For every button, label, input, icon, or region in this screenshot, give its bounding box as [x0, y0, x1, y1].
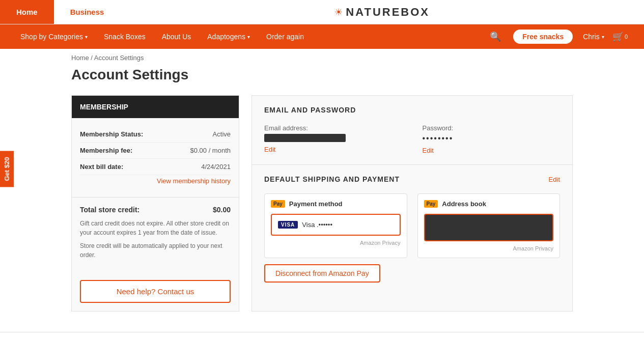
user-menu[interactable]: Chris ▾: [579, 33, 608, 41]
chevron-down-icon: ▾: [602, 34, 604, 40]
email-password-header: EMAIL AND PASSWORD: [264, 106, 560, 114]
nav-item-about-us[interactable]: About Us: [154, 24, 200, 49]
business-tab[interactable]: Business: [54, 0, 121, 24]
nav-item-adaptogens[interactable]: Adaptogens ▾: [199, 24, 258, 49]
email-value-masked: [264, 134, 346, 142]
email-edit-link[interactable]: Edit: [264, 146, 275, 153]
search-icon[interactable]: 🔍: [484, 31, 507, 42]
email-password-grid: Email address: Edit Password: •••••••• E…: [264, 124, 560, 154]
total-credit-row: Total store credit: $0.00: [80, 206, 231, 214]
credit-amount: $0.00: [213, 206, 231, 214]
amazon-pay-logo-address: Pay: [424, 200, 438, 208]
address-book-label: Address book: [442, 200, 486, 208]
nav-item-order-again[interactable]: Order again: [258, 24, 312, 49]
visa-card-box: VISA Visa .••••••: [271, 214, 401, 236]
address-amazon-privacy: Amazon Privacy: [424, 245, 554, 251]
next-bill-row: Next bill date: 4/24/2021: [80, 159, 231, 175]
next-bill-value: 4/24/2021: [201, 163, 231, 171]
chevron-down-icon: ▾: [85, 34, 88, 40]
payment-grid: Pay Payment method VISA Visa .•••••• Ama…: [264, 193, 560, 258]
membership-header: MEMBERSHIP: [72, 96, 239, 118]
membership-status-label: Membership Status:: [80, 130, 143, 138]
payment-method-card: Pay Payment method VISA Visa .•••••• Ama…: [264, 193, 407, 258]
shipping-payment-section: DEFAULT SHIPPING AND PAYMENT Edit Pay Pa…: [252, 164, 572, 293]
password-edit-link[interactable]: Edit: [423, 147, 434, 154]
payment-amazon-privacy: Amazon Privacy: [271, 240, 401, 246]
cart-count: 0: [625, 34, 628, 40]
logo-text: NATUREBOX: [346, 6, 430, 19]
password-field-group: Password: •••••••• Edit: [423, 124, 561, 154]
address-book-header: Pay Address book: [424, 200, 554, 208]
user-name: Chris: [583, 33, 600, 41]
membership-fee-value: $0.00 / month: [190, 147, 231, 154]
address-book-card: Pay Address book Amazon Privacy: [417, 193, 561, 258]
top-nav: Home Business ☀ NATUREBOX: [0, 0, 644, 24]
membership-fee-row: Membership fee: $0.00 / month: [80, 143, 231, 159]
breadcrumb: Home / Account Settings: [0, 49, 644, 67]
breadcrumb-home[interactable]: Home: [71, 54, 89, 62]
orange-nav: Shop by Categories ▾ Snack Boxes About U…: [0, 24, 644, 49]
nav-item-shop-categories[interactable]: Shop by Categories ▾: [12, 24, 96, 49]
credit-section: Total store credit: $0.00 Gift card cred…: [72, 197, 239, 272]
footer: About Us Blog FAQs Jobs Office Snacks Af…: [0, 332, 644, 338]
view-membership-history-link[interactable]: View membership history: [80, 175, 231, 189]
membership-status-row: Membership Status: Active: [80, 126, 231, 143]
membership-fee-label: Membership fee:: [80, 147, 132, 154]
visa-logo: VISA: [278, 221, 298, 229]
credit-label: Total store credit:: [80, 206, 139, 214]
email-label: Email address:: [264, 124, 402, 132]
payment-method-label: Payment method: [289, 200, 343, 208]
credit-note-2: Store credit will be automatically appli…: [80, 241, 231, 260]
membership-info: Membership Status: Active Membership fee…: [72, 118, 239, 197]
membership-status-value: Active: [213, 130, 231, 138]
breadcrumb-current: Account Settings: [94, 54, 144, 62]
disconnect-amazon-pay-button[interactable]: Disconnect from Amazon Pay: [264, 264, 380, 283]
password-dots: ••••••••: [423, 134, 561, 143]
email-password-section: EMAIL AND PASSWORD Email address: Edit P…: [252, 96, 572, 164]
address-box: [424, 214, 554, 241]
chevron-down-icon: ▾: [247, 34, 250, 40]
side-promo[interactable]: Get $20: [0, 151, 14, 187]
left-panel: MEMBERSHIP Membership Status: Active Mem…: [71, 95, 239, 312]
credit-note-1: Gift card credit does not expire. All ot…: [80, 219, 231, 237]
logo-area: ☀ NATUREBOX: [120, 0, 644, 24]
amazon-pay-logo-payment: Pay: [271, 200, 285, 208]
nav-item-snack-boxes[interactable]: Snack Boxes: [96, 24, 154, 49]
shipping-payment-title: DEFAULT SHIPPING AND PAYMENT: [264, 175, 400, 183]
home-tab[interactable]: Home: [0, 0, 54, 24]
payment-method-header: Pay Payment method: [271, 200, 401, 208]
right-panel: EMAIL AND PASSWORD Email address: Edit P…: [251, 95, 573, 312]
shipping-payment-header: DEFAULT SHIPPING AND PAYMENT Edit: [264, 175, 560, 183]
password-label: Password:: [423, 124, 561, 132]
free-snacks-button[interactable]: Free snacks: [513, 30, 573, 44]
main-content: MEMBERSHIP Membership Status: Active Mem…: [0, 95, 644, 332]
page-title: Account Settings: [0, 67, 644, 95]
logo-icon: ☀: [334, 7, 343, 18]
email-password-title: EMAIL AND PASSWORD: [264, 106, 356, 114]
next-bill-label: Next bill date:: [80, 163, 123, 171]
cart-button[interactable]: 🛒0: [608, 31, 632, 42]
shipping-payment-edit-link[interactable]: Edit: [549, 176, 560, 183]
email-field-group: Email address: Edit: [264, 124, 402, 154]
contact-us-button[interactable]: Need help? Contact us: [80, 280, 231, 303]
visa-number: Visa .••••••: [302, 221, 332, 229]
